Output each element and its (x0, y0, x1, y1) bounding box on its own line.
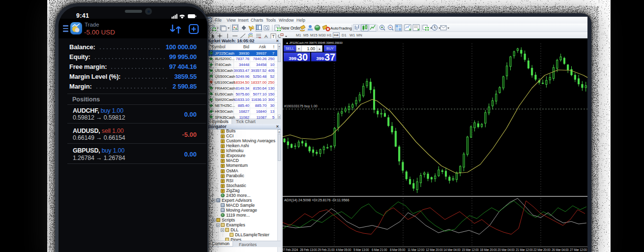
svg-text:BUY: BUY (326, 46, 334, 51)
svg-text:399: 399 (316, 56, 324, 61)
svg-text:15 Mar 12:00: 15 Mar 12:00 (462, 248, 479, 252)
svg-text:▼: ▼ (298, 47, 300, 50)
svg-text:New Order: New Order (281, 26, 301, 31)
svg-text:11 Mar 12:00: 11 Mar 12:00 (408, 248, 425, 252)
svg-text:27 Mar 12:00: 27 Mar 12:00 (570, 248, 587, 252)
svg-text:ADX(14) 24.5098 +DI:25.8176 -D: ADX(14) 24.5098 +DI:25.8176 -DI:11.9566 (284, 198, 349, 202)
svg-text:30: 30 (297, 52, 308, 63)
svg-text:22 Mar 20:00: 22 Mar 20:00 (533, 248, 551, 252)
svg-text:5 Mar 13:00: 5 Mar 13:00 (353, 248, 369, 252)
svg-text:29 Feb 21:00: 29 Feb 21:00 (318, 248, 335, 252)
svg-text:399: 399 (289, 56, 296, 61)
svg-text:20 Mar 04:00: 20 Mar 04:00 (498, 248, 515, 252)
svg-text:28 Feb 13:00: 28 Feb 13:00 (300, 248, 317, 252)
svg-text:18 Mar 20:00: 18 Mar 20:00 (480, 248, 497, 252)
svg-text:▲: ▲ (319, 47, 321, 50)
svg-text:12 Mar 20:00: 12 Mar 20:00 (426, 248, 443, 252)
svg-text:SELL: SELL (286, 46, 294, 51)
svg-text:#190103175 buy 1.00: #190103175 buy 1.00 (284, 104, 318, 108)
svg-text:14 Mar 04:00: 14 Mar 04:00 (443, 248, 461, 252)
svg-text:26 Mar 04:00: 26 Mar 04:00 (552, 248, 569, 252)
svg-text:AutoTrading: AutoTrading (330, 26, 352, 31)
svg-text:27 Feb 2024: 27 Feb 2024 (283, 248, 298, 252)
svg-text:21 Mar 12:00: 21 Mar 12:00 (516, 248, 533, 252)
svg-text:4 Mar 05:00: 4 Mar 05:00 (336, 248, 351, 252)
svg-text:▲ JP225Cash,H4 39875 39945 3: ▲ JP225Cash,H4 39875 39945 39840 39930 (286, 41, 343, 44)
svg-text:1.00: 1.00 (307, 46, 315, 51)
svg-text:37: 37 (324, 52, 335, 63)
svg-text:6 Mar 21:00: 6 Mar 21:00 (372, 248, 387, 252)
svg-text:8 Mar 05:00: 8 Mar 05:00 (390, 248, 406, 252)
